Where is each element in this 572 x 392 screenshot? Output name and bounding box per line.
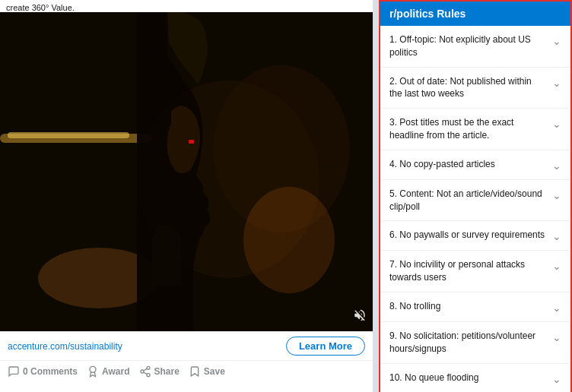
rule-item[interactable]: 10. No queue flooding⌄ — [380, 364, 570, 392]
rule-item[interactable]: 4. No copy-pasted articles⌄ — [380, 150, 570, 180]
rule-text: 5. Content: Not an article/video/sound c… — [389, 188, 546, 213]
rules-header: r/politics Rules — [380, 2, 570, 26]
rule-text: 9. No solicitation: petitions/volunteer … — [389, 330, 546, 356]
svg-point-9 — [147, 366, 150, 369]
share-label: Share — [154, 366, 180, 377]
share-icon — [139, 365, 151, 378]
save-label: Save — [204, 366, 225, 377]
rule-item[interactable]: 1. Off-topic: Not explicitly about US po… — [380, 26, 570, 68]
rule-text: 3. Post titles must be the exact headlin… — [389, 116, 546, 142]
chevron-down-icon: ⌄ — [552, 373, 561, 385]
chevron-down-icon: ⌄ — [552, 35, 561, 47]
chevron-down-icon: ⌄ — [552, 302, 561, 314]
award-action[interactable]: Award — [87, 365, 129, 378]
comments-label: 0 Comments — [23, 366, 78, 377]
svg-point-7 — [243, 187, 335, 293]
rule-item[interactable]: 5. Content: Not an article/video/sound c… — [380, 180, 570, 222]
chevron-down-icon: ⌄ — [552, 160, 561, 172]
rule-item[interactable]: 9. No solicitation: petitions/volunteer … — [380, 322, 570, 364]
rules-list: 1. Off-topic: Not explicitly about US po… — [380, 26, 570, 392]
rule-text: 6. No paywalls or survey requirements — [389, 229, 546, 242]
post-actions: 0 Comments Award Share — [0, 360, 373, 382]
comments-action[interactable]: 0 Comments — [8, 365, 78, 378]
save-action[interactable]: Save — [189, 365, 225, 378]
share-action[interactable]: Share — [139, 365, 180, 378]
award-label: Award — [102, 366, 129, 377]
page-wrapper: create 360° Value. — [0, 0, 572, 392]
rule-text: 7. No incivility or personal attacks tow… — [389, 258, 546, 284]
chevron-down-icon: ⌄ — [552, 189, 561, 201]
comment-icon — [8, 365, 20, 378]
svg-line-12 — [143, 372, 147, 375]
post-top-text: create 360° Value. — [0, 0, 373, 12]
video-container — [0, 12, 373, 331]
chevron-down-icon: ⌄ — [552, 77, 561, 89]
svg-point-8 — [90, 366, 96, 372]
chevron-down-icon: ⌄ — [552, 260, 561, 272]
rule-text: 2. Out of date: Not published within the… — [389, 75, 546, 101]
chevron-down-icon: ⌄ — [552, 118, 561, 130]
rule-text: 10. No queue flooding — [389, 371, 546, 384]
rule-item[interactable]: 2. Out of date: Not published within the… — [380, 68, 570, 109]
rules-sidebar: r/politics Rules 1. Off-topic: Not expli… — [379, 0, 572, 392]
svg-point-11 — [147, 374, 150, 377]
award-icon — [87, 365, 99, 378]
post-footer-link: accenture.com/sustainability Learn More — [0, 331, 373, 360]
person-silhouette-svg — [0, 12, 373, 331]
rule-item[interactable]: 7. No incivility or personal attacks tow… — [380, 251, 570, 292]
post-card: create 360° Value. — [0, 0, 373, 392]
rule-item[interactable]: 8. No trolling⌄ — [380, 292, 570, 322]
svg-rect-3 — [8, 132, 129, 138]
rule-text: 4. No copy-pasted articles — [389, 158, 546, 171]
volume-icon[interactable] — [353, 308, 367, 325]
svg-point-10 — [141, 370, 144, 373]
rule-text: 8. No trolling — [389, 300, 546, 313]
video-bg — [0, 12, 373, 331]
rule-item[interactable]: 3. Post titles must be the exact headlin… — [380, 109, 570, 150]
rule-text: 1. Off-topic: Not explicitly about US po… — [389, 33, 546, 59]
learn-more-button[interactable]: Learn More — [286, 337, 365, 356]
chevron-down-icon: ⌄ — [552, 331, 561, 343]
save-icon — [189, 365, 201, 378]
rule-item[interactable]: 6. No paywalls or survey requirements⌄ — [380, 221, 570, 251]
svg-line-13 — [143, 368, 147, 371]
chevron-down-icon: ⌄ — [552, 230, 561, 242]
accenture-link[interactable]: accenture.com/sustainability — [8, 341, 122, 352]
svg-rect-5 — [189, 140, 194, 144]
